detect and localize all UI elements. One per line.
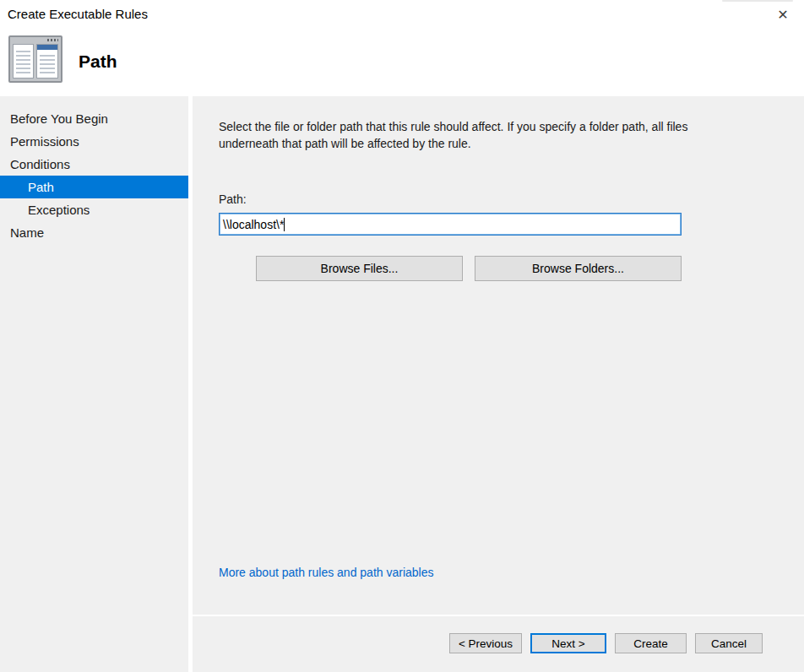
browse-files-button[interactable]: Browse Files... (256, 256, 463, 281)
window-title: Create Executable Rules (8, 7, 148, 21)
previous-button[interactable]: < Previous (449, 633, 522, 653)
sidebar-item-exceptions[interactable]: Exceptions (0, 198, 188, 221)
path-label: Path: (219, 192, 247, 206)
create-button[interactable]: Create (615, 633, 687, 653)
close-icon[interactable]: ✕ (772, 4, 794, 26)
sidebar-item-permissions[interactable]: Permissions (0, 130, 188, 153)
footer-separator (193, 615, 804, 616)
path-input[interactable]: \\localhost\* (219, 213, 682, 236)
path-input-value: \\localhost\* (223, 218, 284, 231)
background-window-edge (722, 0, 793, 2)
sidebar-item-conditions[interactable]: Conditions (0, 153, 188, 176)
wizard-icon-dots (47, 39, 58, 41)
next-button[interactable]: Next > (530, 633, 606, 653)
window-body: Before You Begin Permissions Conditions … (0, 96, 804, 672)
wizard-icon-right-pane (36, 44, 58, 79)
sidebar-item-before-you-begin[interactable]: Before You Begin (0, 107, 188, 130)
footer-buttons: < Previous Next > Create Cancel (449, 633, 763, 653)
window-header: Create Executable Rules ✕ Path (0, 0, 804, 96)
main-content: Select the file or folder path that this… (193, 96, 804, 672)
wizard-icon-left-pane (13, 44, 34, 79)
instruction-text: Select the file or folder path that this… (219, 118, 702, 152)
wizard-icon-titlebar (10, 37, 61, 43)
cancel-button[interactable]: Cancel (695, 633, 763, 653)
sidebar-item-path[interactable]: Path (0, 176, 188, 198)
wizard-steps-sidebar: Before You Begin Permissions Conditions … (0, 96, 188, 672)
page-title: Path (79, 51, 117, 72)
wizard-window-icon (8, 35, 62, 83)
sidebar-item-name[interactable]: Name (0, 221, 188, 244)
help-link[interactable]: More about path rules and path variables (219, 566, 434, 579)
browse-folders-button[interactable]: Browse Folders... (475, 256, 682, 281)
text-caret (284, 218, 285, 231)
